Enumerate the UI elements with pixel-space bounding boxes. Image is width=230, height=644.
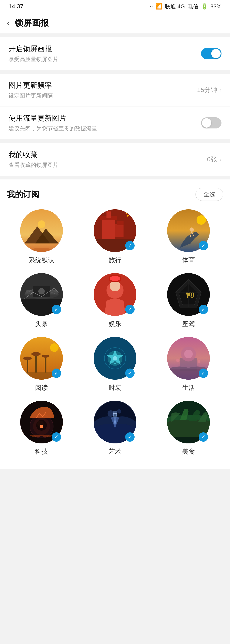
sub-item-sports[interactable]: ✓体育 (154, 209, 223, 264)
check-badge-tech: ✓ (52, 432, 61, 442)
sub-label-fashion: 时装 (109, 384, 121, 392)
sub-item-entertainment[interactable]: ✓娱乐 (80, 273, 149, 328)
svg-point-67 (113, 413, 117, 414)
favorites-row-left: 我的收藏 查看收藏的锁屏图片 (8, 150, 58, 169)
sub-item-life[interactable]: ✓生活 (154, 337, 223, 392)
sub-item-driving[interactable]: V8 ✓座驾 (154, 273, 223, 328)
check-badge-reading: ✓ (52, 368, 61, 378)
enable-toggle[interactable] (201, 48, 222, 59)
svg-point-12 (127, 215, 129, 216)
sub-label-travel: 旅行 (109, 256, 121, 264)
enable-section: 开启锁屏画报 享受高质量锁屏图片 (0, 37, 230, 70)
check-badge-fashion: ✓ (125, 368, 135, 378)
frequency-subtitle: 设定图片更新间隔 (8, 92, 53, 100)
svg-point-17 (190, 228, 194, 232)
svg-point-16 (197, 215, 206, 225)
sub-item-art[interactable]: ✓艺术 (80, 401, 149, 456)
sub-item-tech[interactable]: ✓科技 (7, 401, 76, 456)
sub-img-wrap-fashion: ✓ (94, 337, 136, 380)
status-right: ··· 📶 联通 4G 电信 🔋 33% (148, 3, 222, 10)
wifi-icon: 📶 (155, 3, 162, 10)
favorites-section: 我的收藏 查看收藏的锁屏图片 0张 › (0, 143, 230, 176)
sub-item-headline[interactable]: ✓头条 (7, 273, 76, 328)
subscriptions-header: 我的订阅 全选 (7, 188, 223, 201)
sub-label-sports: 体育 (182, 256, 195, 264)
status-time: 14:37 (8, 3, 23, 10)
carrier2: 电信 (187, 3, 199, 10)
enable-subtitle: 享受高质量锁屏图片 (8, 56, 58, 63)
select-all-button[interactable]: 全选 (196, 188, 223, 201)
check-badge-sports: ✓ (199, 241, 208, 250)
frequency-row-right: 15分钟 › (197, 86, 222, 94)
sub-img-wrap-reading: ✓ (20, 337, 63, 380)
svg-point-57 (198, 360, 200, 363)
svg-point-66 (117, 409, 121, 414)
sub-circle-default (20, 209, 63, 252)
frequency-row[interactable]: 图片更新频率 设定图片更新间隔 15分钟 › (0, 74, 230, 106)
sub-label-entertainment: 娱乐 (109, 320, 121, 328)
data-toggle-thumb (202, 118, 211, 128)
back-button[interactable]: ‹ (7, 18, 9, 28)
sub-label-driving: 座驾 (182, 320, 195, 328)
sub-label-life: 生活 (182, 384, 195, 392)
sub-item-food[interactable]: ✓美食 (154, 401, 223, 456)
favorites-subtitle: 查看收藏的锁屏图片 (8, 161, 58, 169)
sub-img-wrap-travel: ✓ (94, 209, 136, 252)
svg-point-13 (129, 213, 130, 214)
battery-level: 33% (210, 3, 222, 10)
status-bar: 14:37 ··· 📶 联通 4G 电信 🔋 33% (0, 0, 230, 13)
sub-label-default: 系统默认 (29, 256, 54, 264)
svg-rect-0 (20, 209, 63, 252)
sub-label-food: 美食 (182, 447, 195, 456)
svg-point-29 (110, 276, 120, 281)
sub-img-wrap-driving: V8 ✓ (167, 273, 210, 316)
svg-rect-6 (102, 218, 115, 239)
check-badge-driving: ✓ (199, 305, 208, 314)
frequency-section: 图片更新频率 设定图片更新间隔 15分钟 › 使用流量更新图片 建议关闭，为您节… (0, 74, 230, 139)
check-badge-headline: ✓ (52, 305, 61, 314)
sub-img-wrap-entertainment: ✓ (94, 273, 136, 316)
sub-img-wrap-headline: ✓ (20, 273, 63, 316)
page-title: 锁屏画报 (15, 17, 49, 29)
subscriptions-title: 我的订阅 (7, 189, 39, 200)
svg-point-65 (108, 410, 114, 417)
data-row-left: 使用流量更新图片 建议关闭，为您节省宝贵的数据流量 (8, 113, 97, 132)
sub-label-tech: 科技 (35, 447, 48, 456)
svg-point-27 (110, 280, 120, 291)
sub-img-wrap-food: ✓ (167, 401, 210, 444)
signal-dots: ··· (148, 3, 153, 10)
frequency-row-left: 图片更新频率 设定图片更新间隔 (8, 80, 53, 100)
frequency-chevron: › (220, 87, 222, 94)
svg-rect-9 (115, 224, 123, 237)
sub-item-default[interactable]: 系统默认 (7, 209, 76, 264)
carrier1: 联通 4G (165, 3, 185, 10)
nav-bar: ‹ 锁屏画报 (0, 13, 230, 33)
svg-point-56 (176, 359, 180, 362)
data-toggle[interactable] (201, 117, 222, 128)
sub-item-reading[interactable]: ✓阅读 (7, 337, 76, 392)
subscriptions-section: 我的订阅 全选 系统默认 (0, 180, 230, 469)
favorites-row-right: 0张 › (207, 155, 222, 164)
favorites-row[interactable]: 我的收藏 查看收藏的锁屏图片 0张 › (0, 143, 230, 176)
sub-item-fashion[interactable]: ✓时装 (80, 337, 149, 392)
toggle-thumb (211, 49, 221, 58)
favorites-title: 我的收藏 (8, 150, 58, 160)
enable-row: 开启锁屏画报 享受高质量锁屏图片 (0, 37, 230, 70)
subscriptions-grid: 系统默认 ✓旅行 ✓体育 (7, 209, 223, 464)
data-subtitle: 建议关闭，为您节省宝贵的数据流量 (8, 125, 97, 132)
enable-title: 开启锁屏画报 (8, 44, 58, 54)
svg-point-40 (23, 356, 32, 360)
svg-point-42 (31, 352, 41, 356)
svg-point-14 (126, 212, 127, 214)
enable-row-left: 开启锁屏画报 享受高质量锁屏图片 (8, 44, 58, 63)
svg-point-24 (38, 288, 45, 294)
sub-item-travel[interactable]: ✓旅行 (80, 209, 149, 264)
svg-point-50 (113, 356, 117, 360)
data-title: 使用流量更新图片 (8, 113, 97, 123)
svg-rect-41 (35, 354, 37, 373)
check-badge-entertainment: ✓ (125, 305, 135, 314)
sub-img-wrap-tech: ✓ (20, 401, 63, 444)
sub-label-art: 艺术 (109, 447, 121, 456)
svg-point-54 (184, 350, 193, 358)
svg-rect-10 (117, 221, 123, 225)
